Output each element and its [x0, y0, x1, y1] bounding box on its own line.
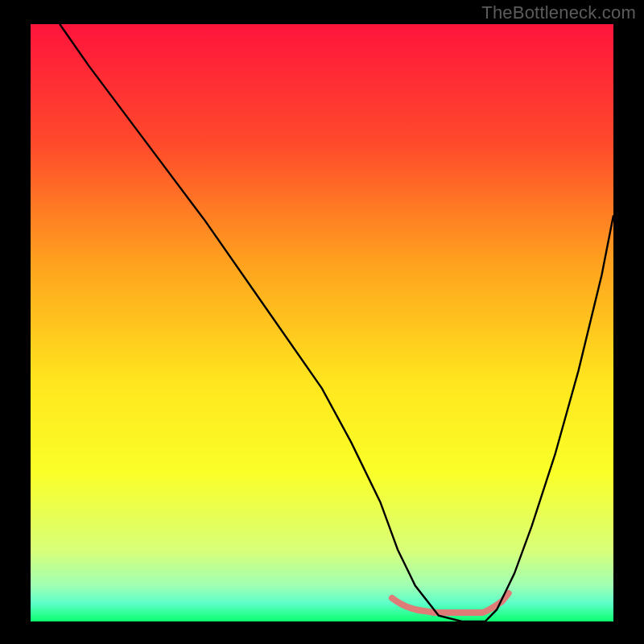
watermark-text: TheBottleneck.com [481, 2, 636, 23]
gradient-background [31, 24, 613, 621]
chart-frame: TheBottleneck.com [0, 0, 644, 644]
bottleneck-chart [0, 0, 644, 644]
